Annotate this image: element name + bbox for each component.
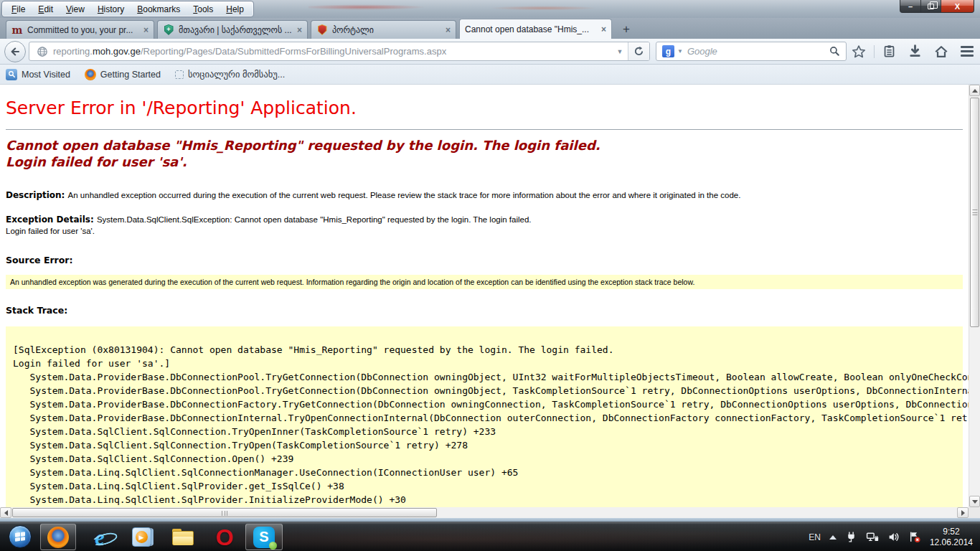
tab-favicon-shield-icon: + (163, 24, 174, 36)
page-content: Server Error in '/Reporting' Application… (0, 85, 969, 507)
windows-media-player-icon: ▶ (132, 527, 151, 547)
menu-hamburger-icon[interactable] (961, 46, 974, 57)
tab-close-icon[interactable]: × (297, 26, 302, 34)
window-titlebar: File Edit View History Bookmarks Tools H… (0, 0, 980, 18)
taskbar-firefox-button[interactable] (40, 524, 76, 550)
home-icon[interactable] (934, 44, 948, 59)
tray-clock[interactable]: 9:52 12.06.2014 (930, 527, 976, 548)
vertical-scrollbar[interactable] (969, 85, 980, 507)
bookmarks-toolbar: Most Visited Getting Started სოციალური მ… (0, 65, 980, 85)
google-engine-icon[interactable]: g (662, 45, 674, 57)
back-arrow-icon (9, 46, 21, 57)
tab-close-icon[interactable]: × (143, 26, 149, 34)
opera-icon: O (216, 526, 234, 549)
url-text: reporting.moh.gov.ge/Reporting/Pages/Dat… (53, 46, 446, 57)
bookmark-getting-started[interactable]: Getting Started (85, 69, 161, 80)
horizontal-scrollbar[interactable] (0, 507, 969, 518)
system-tray: EN 9: (809, 522, 976, 551)
menu-bookmarks[interactable]: Bookmarks (131, 3, 187, 16)
downloads-icon[interactable] (908, 44, 922, 58)
error-page-title: Server Error in '/Reporting' Application… (6, 98, 963, 118)
taskbar-file-explorer-button[interactable] (166, 524, 199, 550)
scroll-grip (222, 511, 227, 516)
close-button[interactable]: X (941, 0, 974, 13)
menu-history[interactable]: History (91, 3, 131, 16)
error-message: Cannot open database "Hmis_Reporting" re… (6, 137, 963, 170)
search-engine-dropdown-icon[interactable]: ▼ (677, 48, 683, 55)
reload-icon (633, 46, 644, 57)
tab-bar: m Committed to you, your pr... × + მთავა… (0, 18, 980, 39)
horizontal-scroll-thumb[interactable] (12, 508, 437, 517)
url-bar[interactable]: reporting.moh.gov.ge/Reporting/Pages/Dat… (29, 42, 650, 61)
taskbar-skype-button[interactable]: S (245, 524, 283, 550)
back-button[interactable] (4, 41, 26, 62)
tab-portali[interactable]: პორტალი × (311, 20, 456, 39)
network-icon[interactable] (866, 531, 879, 543)
action-center-flag-icon[interactable] (908, 531, 921, 543)
menu-tools[interactable]: Tools (187, 3, 220, 16)
source-error-box: An unhandled exception was generated dur… (6, 275, 963, 289)
scroll-right-button[interactable] (957, 507, 969, 518)
globe-icon (37, 46, 48, 57)
stack-trace-box: [SqlException (0x80131904): Cannot open … (6, 326, 963, 508)
tab-cannot-open-database[interactable]: Cannot open database "Hmis_... × (459, 19, 612, 39)
language-indicator[interactable]: EN (809, 532, 821, 542)
bookmark-label: Most Visited (22, 70, 70, 80)
bookmark-star-icon[interactable] (852, 44, 866, 59)
tab-mtavari[interactable]: + მთავარი | საქართველოს ... × (157, 20, 308, 39)
firefox-icon (47, 527, 69, 548)
internet-explorer-icon: e (95, 527, 104, 548)
source-error-text: An unhandled exception was generated dur… (10, 278, 694, 286)
show-hidden-icons-button[interactable] (829, 535, 837, 540)
tab-close-icon[interactable]: × (601, 25, 606, 34)
scroll-right-icon (961, 510, 965, 516)
source-error-label: Source Error: (6, 255, 963, 265)
search-icon[interactable] (829, 46, 840, 57)
scroll-down-icon (972, 500, 978, 504)
exception-text-line2: Login failed for user 'sa'. (6, 227, 95, 235)
search-bar[interactable]: g ▼ (656, 42, 847, 61)
menu-edit[interactable]: Edit (32, 3, 60, 16)
stack-trace-label: Stack Trace: (6, 305, 963, 316)
description-paragraph: Description: An unhandled exception occu… (6, 189, 963, 202)
bookmark-label: სოციალური მომსახუ... (188, 69, 285, 80)
exception-details-paragraph: Exception Details: System.Data.SqlClient… (6, 214, 963, 237)
bookmark-social-services[interactable]: სოციალური მომსახუ... (175, 69, 285, 80)
exception-details-label: Exception Details: (6, 215, 97, 225)
tab-favicon-emblem-icon (316, 24, 328, 36)
taskbar-media-player-button[interactable]: ▶ (125, 524, 158, 550)
menu-view[interactable]: View (60, 3, 91, 16)
tab-label: Cannot open database "Hmis_... (465, 24, 596, 34)
scroll-down-button[interactable] (969, 496, 980, 507)
tab-label: მთავარი | საქართველოს ... (179, 25, 292, 35)
menu-help[interactable]: Help (220, 3, 250, 16)
bookmarks-menu-icon[interactable] (882, 44, 896, 58)
scroll-left-icon (4, 510, 8, 516)
url-history-dropdown[interactable]: ▼ (612, 42, 628, 60)
reload-button[interactable] (628, 42, 649, 60)
scroll-left-button[interactable] (0, 507, 11, 518)
tray-time: 9:52 (943, 527, 959, 537)
tab-close-icon[interactable]: × (446, 26, 451, 34)
menu-bar: File Edit View History Bookmarks Tools H… (1, 1, 254, 17)
default-favicon-icon (175, 70, 184, 79)
menu-file[interactable]: File (5, 3, 32, 16)
tab-favicon-m-icon: m (11, 24, 23, 36)
minimize-button[interactable]: – (900, 0, 921, 13)
tab-committed-to-you[interactable]: m Committed to you, your pr... × (6, 20, 154, 39)
vertical-scroll-thumb[interactable] (970, 98, 979, 327)
description-text: An unhandled exception occurred during t… (68, 191, 741, 199)
taskbar-internet-explorer-button[interactable]: e (83, 524, 116, 550)
taskbar-opera-button[interactable]: O (208, 524, 241, 550)
bookmark-most-visited[interactable]: Most Visited (6, 69, 70, 80)
new-tab-button[interactable]: + (617, 22, 636, 37)
volume-icon[interactable] (887, 531, 900, 543)
start-button[interactable] (9, 525, 32, 548)
power-plug-icon[interactable] (845, 531, 857, 543)
search-input[interactable] (686, 45, 826, 57)
close-icon: X (955, 2, 960, 11)
exception-text: System.Data.SqlClient.SqlException: Cann… (97, 215, 532, 224)
scroll-up-button[interactable] (969, 85, 980, 96)
firefox-icon (85, 69, 96, 80)
restore-button[interactable] (921, 0, 941, 13)
